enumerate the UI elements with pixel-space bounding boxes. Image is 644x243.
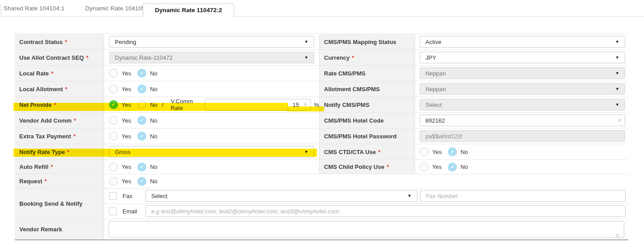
contract-status-select[interactable]: Pending ▼ (109, 36, 314, 48)
cms-pms-hotel-password-label: CMS/PMS Hotel Password (319, 128, 415, 144)
clear-icon[interactable]: × (618, 117, 622, 124)
fax-number-input[interactable] (420, 190, 626, 202)
net-provide-no-radio[interactable] (137, 100, 146, 109)
currency-value: JPY (425, 54, 436, 61)
request-yes-radio[interactable] (109, 177, 118, 186)
request-no-radio[interactable]: ✔ (137, 177, 146, 186)
vendor-add-comm-yes-radio[interactable] (109, 116, 118, 125)
local-rate-no-radio[interactable]: ✔ (137, 69, 146, 78)
cms-ctd-cta-use-label: CMS CTD/CTA Use* (319, 144, 415, 159)
yes-label: Yes (122, 117, 131, 124)
check-icon: ✔ (451, 165, 454, 169)
yes-label: Yes (122, 70, 131, 77)
use-allot-contract-seq-select: Dynamic Rate-110472 ▼ (109, 52, 314, 63)
row-local-allotment: Local Allotment* Yes ✔ No Allotment CMS/… (15, 81, 628, 97)
use-allot-contract-seq-label: Use Allot Contract SEQ* (15, 50, 104, 65)
extra-tax-payment-no-radio[interactable]: ✔ (137, 132, 146, 141)
cms-pms-mapping-status-select[interactable]: Active ▼ (420, 36, 625, 48)
notify-rate-type-label: Notify Rate Type* (15, 144, 104, 159)
yes-label: Yes (122, 133, 131, 140)
chevron-down-icon: ▼ (615, 102, 619, 107)
local-rate-yes-radio[interactable] (109, 69, 118, 78)
currency-select[interactable]: JPY ▼ (420, 52, 625, 63)
active-tab-label: Dynamic Rate 110472:2 (155, 7, 222, 13)
vendor-remark-textarea[interactable] (109, 221, 624, 238)
chevron-down-icon: ▼ (304, 55, 308, 60)
email-input[interactable] (145, 205, 626, 217)
contract-rate-mapping-screen: Shared Rate 104104:1 Dynamic Rate 104105… (0, 0, 644, 243)
clear-icon[interactable]: × (303, 101, 307, 108)
check-icon: ✔ (140, 179, 144, 184)
row-extra-tax-payment: Extra Tax Payment* Yes ✔ No CMS/PMS Hote… (15, 128, 628, 144)
check-icon: ✔ (140, 87, 144, 91)
auto-refill-label: Auto Refill* (15, 160, 104, 174)
tab-dynamic-rate-104105[interactable]: Dynamic Rate 104105:1 (85, 5, 150, 12)
allotment-cms-pms-label: Allotment CMS/PMS (319, 81, 415, 97)
cms-child-policy-yes-radio[interactable] (420, 163, 429, 172)
allotment-cms-pms-select: Neppan ▼ (420, 83, 625, 95)
yes-label: Yes (122, 86, 131, 93)
no-label: No (150, 102, 158, 108)
vendor-add-comm-label: Vendor Add Comm* (15, 113, 104, 128)
tabbar-left-edge (1, 4, 1, 16)
check-icon: ✔ (451, 150, 454, 154)
cms-child-policy-no-radio[interactable]: ✔ (448, 163, 457, 172)
cms-ctd-cta-yes-radio[interactable] (420, 147, 429, 156)
notify-cms-pms-select[interactable]: Select ▼ (420, 99, 625, 110)
auto-refill-yes-radio[interactable] (109, 163, 118, 172)
email-label: Email (123, 208, 145, 215)
net-provide-yes-radio[interactable]: ✔ (109, 100, 118, 109)
rate-cms-pms-value: Neppan (425, 70, 446, 77)
contract-status-value: Pending (115, 39, 136, 45)
vendor-remark-label: Vendor Remark (15, 219, 104, 239)
no-label: No (150, 133, 158, 140)
check-icon: ✔ (140, 118, 144, 123)
chevron-down-icon: ▼ (615, 55, 619, 60)
chevron-down-icon: ▼ (304, 40, 308, 44)
extra-tax-payment-yes-radio[interactable] (109, 132, 118, 141)
chevron-down-icon: ▼ (304, 150, 308, 154)
fax-checkbox[interactable] (109, 192, 117, 200)
allotment-cms-pms-value: Neppan (425, 86, 446, 93)
cms-ctd-cta-no-radio[interactable]: ✔ (448, 147, 457, 156)
vendor-add-comm-no-radio[interactable]: ✔ (137, 116, 146, 125)
fax-label: Fax (123, 193, 145, 199)
local-allotment-yes-radio[interactable] (109, 84, 118, 93)
row-vendor-add-comm: Vendor Add Comm* Yes ✔ No CMS/PMS Hotel … (15, 113, 628, 128)
yes-label: Yes (122, 178, 131, 185)
local-rate-label: Local Rate* (15, 66, 104, 81)
chevron-down-icon: ▼ (615, 87, 619, 91)
auto-refill-no-radio[interactable]: ✔ (137, 163, 146, 172)
cms-pms-mapping-status-label: CMS/PMS Mapping Status (319, 34, 415, 49)
cms-pms-hotel-code-label: CMS/PMS Hotel Code (319, 113, 415, 128)
no-label: No (150, 86, 158, 93)
fax-subrow: Fax Select ▼ (104, 189, 628, 204)
cms-pms-hotel-code-input[interactable] (420, 115, 625, 126)
extra-tax-payment-label: Extra Tax Payment* (15, 128, 104, 144)
notify-rate-type-select[interactable]: Gross ▼ (109, 146, 314, 158)
tab-shared-rate-104104[interactable]: Shared Rate 104104:1 (4, 5, 65, 12)
row-contract-status: Contract Status* Pending ▼ CMS/PMS Mappi… (15, 34, 628, 50)
request-label: Request* (15, 174, 104, 188)
chevron-down-icon: ▼ (615, 71, 619, 75)
use-allot-contract-seq-value: Dynamic Rate-110472 (115, 54, 172, 61)
email-subrow: Email (104, 204, 628, 219)
no-label: No (150, 178, 158, 185)
separator: / (162, 102, 164, 108)
yes-label: Yes (432, 149, 442, 155)
contract-form: Contract Status* Pending ▼ CMS/PMS Mappi… (15, 34, 628, 240)
check-icon: ✔ (140, 71, 144, 75)
no-label: No (150, 70, 158, 77)
email-checkbox[interactable] (109, 208, 117, 215)
chevron-down-icon: ▼ (407, 194, 412, 198)
tab-dynamic-rate-110472[interactable]: Dynamic Rate 110472:2 (143, 4, 234, 17)
no-label: No (460, 163, 468, 170)
net-provide-label: Net Provide* (15, 97, 104, 112)
fax-select[interactable]: Select ▼ (145, 190, 417, 202)
row-net-provide: Net Provide* ✔ Yes No / V.Comm Rate × % … (15, 97, 628, 113)
notify-rate-type-value: Gross (115, 149, 131, 155)
row-request: Request* Yes ✔ No (15, 174, 628, 189)
vcomm-rate-input[interactable] (205, 99, 311, 110)
check-icon: ✔ (140, 165, 144, 169)
local-allotment-no-radio[interactable]: ✔ (137, 84, 146, 93)
